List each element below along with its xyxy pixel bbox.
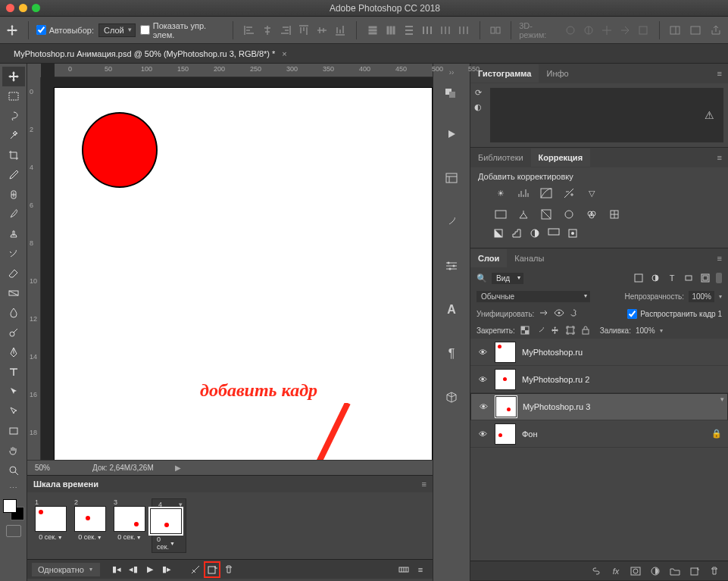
curves-icon[interactable]	[539, 186, 554, 201]
tab-info[interactable]: Инфо	[539, 64, 576, 83]
layer-visibility-icon[interactable]: 👁	[476, 375, 489, 384]
histogram-refresh-icon[interactable]: ⟳	[475, 88, 482, 98]
pen-tool[interactable]	[2, 342, 25, 362]
canvas-viewport[interactable]: добавить кадр	[41, 77, 433, 460]
color-lookup-icon[interactable]	[607, 207, 622, 222]
artboard[interactable]	[55, 88, 432, 460]
new-group-icon[interactable]	[669, 565, 681, 577]
frame-duration[interactable]: 0 сек.▼	[117, 533, 141, 541]
delete-layer-icon[interactable]	[708, 565, 720, 577]
align-left-icon[interactable]	[241, 22, 258, 39]
frame-thumbnail[interactable]	[35, 506, 67, 532]
align-vcenter-icon[interactable]	[314, 22, 330, 39]
layer-name[interactable]: Фон	[522, 430, 538, 439]
layer-name[interactable]: MyPhotoshop.ru 3	[523, 402, 590, 411]
new-adjustment-layer-icon[interactable]	[649, 565, 661, 577]
adjustments-panel-menu-icon[interactable]: ≡	[711, 153, 728, 162]
frame-duration[interactable]: 0 сек.▼	[157, 536, 175, 551]
lock-transparency-icon[interactable]	[520, 325, 530, 336]
layer-row[interactable]: 👁 MyPhotoshop.ru	[470, 339, 728, 366]
channel-mixer-icon[interactable]	[584, 207, 599, 222]
ruler-horizontal[interactable]: 050100150200250300350400450500550	[55, 64, 433, 77]
layer-visibility-icon[interactable]: 👁	[476, 348, 489, 357]
expand-dock-icon[interactable]: ››	[449, 68, 455, 77]
opacity-chevron-icon[interactable]: ▾	[719, 293, 722, 300]
tab-libraries[interactable]: Библиотеки	[470, 148, 531, 167]
convert-timeline-button[interactable]	[396, 562, 411, 577]
auto-select-checkbox[interactable]: Автовыбор:	[36, 25, 94, 35]
link-layers-icon[interactable]	[590, 565, 602, 577]
move-tool-icon[interactable]	[5, 22, 20, 39]
warning-icon[interactable]: ⚠	[705, 109, 714, 121]
auto-select-target-select[interactable]: Слой	[98, 23, 136, 37]
posterize-icon[interactable]	[511, 228, 522, 240]
layer-thumbnail[interactable]	[495, 342, 516, 363]
brightness-contrast-icon[interactable]: ☀	[493, 186, 508, 201]
distribute-top-icon[interactable]	[364, 22, 381, 39]
distribute-right-icon[interactable]	[455, 22, 472, 39]
filter-type-icon[interactable]: T	[666, 272, 678, 284]
timeline-frame[interactable]: 1 0 сек.▼	[33, 498, 68, 553]
filter-adjustment-icon[interactable]	[649, 272, 661, 284]
scale-3d-icon[interactable]	[635, 22, 651, 39]
frame-thumbnail[interactable]	[74, 506, 106, 532]
layer-filter-kind-select[interactable]: Вид	[492, 273, 523, 284]
direct-selection-tool[interactable]	[2, 401, 25, 421]
minimize-window-button[interactable]	[19, 4, 27, 12]
slide-3d-icon[interactable]	[617, 22, 633, 39]
close-window-button[interactable]	[6, 4, 14, 12]
pan-3d-icon[interactable]	[598, 22, 615, 39]
spot-healing-tool[interactable]	[2, 185, 25, 205]
unify-visibility-icon[interactable]	[554, 308, 564, 319]
vibrance-icon[interactable]: ▽	[584, 186, 599, 201]
propagate-frame-checkbox[interactable]: Распространить кадр 1	[627, 309, 722, 319]
histogram-cached-icon[interactable]: ◐	[474, 102, 482, 112]
play-button[interactable]: ▶	[142, 562, 158, 577]
type-tool[interactable]	[2, 362, 25, 382]
tab-channels[interactable]: Каналы	[507, 249, 551, 267]
new-layer-icon[interactable]	[689, 565, 701, 577]
ruler-vertical[interactable]: 024681012141618	[27, 77, 41, 460]
color-panel-icon[interactable]	[439, 83, 464, 104]
zoom-level[interactable]: 50%	[27, 464, 70, 472]
tab-adjustments[interactable]: Коррекция	[531, 148, 590, 167]
blur-tool[interactable]	[2, 303, 25, 323]
align-top-icon[interactable]	[295, 22, 312, 39]
prev-frame-button[interactable]: ◂▮	[126, 562, 141, 577]
fill-value[interactable]: 100%	[636, 326, 655, 335]
properties-panel-icon[interactable]	[439, 167, 464, 189]
close-document-icon[interactable]: ×	[282, 49, 286, 58]
histogram-panel-menu-icon[interactable]: ≡	[711, 69, 728, 78]
filter-smartobject-icon[interactable]	[699, 272, 711, 284]
distribute-left-icon[interactable]	[419, 22, 436, 39]
distribute-bottom-icon[interactable]	[401, 22, 417, 39]
layer-row[interactable]: 👁 Фон 🔒	[470, 420, 728, 448]
move-tool[interactable]	[2, 67, 25, 86]
timeline-frame[interactable]: 3 0 сек.▼	[112, 498, 147, 553]
clone-stamp-tool[interactable]	[2, 224, 25, 244]
hue-saturation-icon[interactable]	[493, 207, 508, 222]
toggle-panels-icon[interactable]	[667, 22, 683, 39]
zoom-tool[interactable]	[2, 461, 25, 480]
edit-toolbar-icon[interactable]: ⋯	[9, 483, 17, 493]
history-brush-tool[interactable]	[2, 244, 25, 264]
layer-name[interactable]: MyPhotoshop.ru 2	[522, 375, 589, 384]
status-menu-chevron-icon[interactable]: ▶	[175, 464, 181, 472]
layer-thumbnail[interactable]	[495, 396, 517, 417]
layer-name[interactable]: MyPhotoshop.ru	[522, 348, 583, 357]
red-circle-shape[interactable]	[82, 112, 158, 188]
fill-chevron-icon[interactable]: ▾	[660, 327, 663, 334]
distribute-vcenter-icon[interactable]	[383, 22, 399, 39]
delete-frame-button[interactable]	[221, 562, 236, 577]
loop-mode-select[interactable]: Однократно	[32, 563, 100, 576]
threshold-icon[interactable]	[530, 228, 540, 240]
lock-all-icon[interactable]	[580, 325, 591, 336]
auto-align-icon[interactable]	[488, 22, 504, 39]
rectangle-tool[interactable]	[2, 421, 25, 441]
exposure-icon[interactable]	[561, 186, 576, 201]
tween-button[interactable]	[188, 562, 203, 577]
roll-3d-icon[interactable]	[580, 22, 597, 39]
show-transform-controls-checkbox[interactable]: Показать упр. элем.	[140, 21, 225, 39]
layer-visibility-icon[interactable]: 👁	[477, 402, 489, 411]
first-frame-button[interactable]: ▮◂	[109, 562, 124, 577]
